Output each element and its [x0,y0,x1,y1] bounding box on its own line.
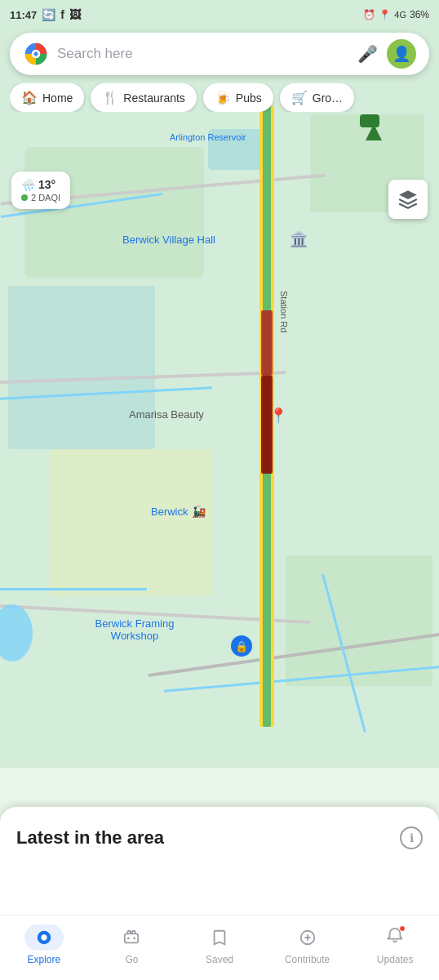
updates-label: Updates [377,954,414,965]
updates-icon-wrap [375,924,415,951]
restaurants-icon: 🍴 [102,90,118,105]
weather-widget[interactable]: 🌧️ 13° 2 DAQI [11,172,70,209]
restaurants-quick-btn[interactable]: 🍴 Restaurants [91,83,196,112]
home-icon: 🏠 [21,90,38,105]
saved-icon-wrap [200,924,239,951]
map-field [24,147,204,278]
grocery-label: Gro… [313,91,343,105]
map-place-label-berwick-hall[interactable]: Berwick Village Hall [122,234,215,246]
explore-icon [35,929,53,947]
updates-notification-dot [399,925,406,932]
nav-updates[interactable]: Updates [370,924,419,965]
explore-icon-wrap [24,924,64,951]
facebook-icon: f [60,8,64,21]
map-road-label: Station Rd [279,291,289,332]
map-nav-bar [360,114,379,127]
berwick-hall-icon: 🏛️ [290,230,308,248]
bottom-sheet: Latest in the area ℹ [0,807,439,921]
nav-saved[interactable]: Saved [195,924,244,965]
layer-toggle-button[interactable] [388,180,428,219]
map-field [8,286,155,449]
status-bar: 11:47 🔄 f 🖼 ⏰ 📍 4G 36% [0,0,439,29]
contribute-icon-wrap [288,924,327,951]
svg-point-10 [134,937,136,939]
map-place-label-berwick-station[interactable]: Berwick 🚂 [151,505,206,518]
weather-temp-display: 🌧️ 13° [21,178,60,191]
alarm-icon: ⏰ [363,9,375,20]
beauty-pin-icon[interactable]: 📍 [269,407,287,425]
status-left: 11:47 🔄 f 🖼 [10,8,81,21]
nav-contribute[interactable]: Contribute [283,924,332,965]
status-right: ⏰ 📍 4G 36% [363,9,429,20]
refresh-icon: 🔄 [42,8,55,21]
google-maps-logo [23,41,49,67]
go-icon-wrap [112,924,151,951]
grocery-quick-btn[interactable]: 🛒 Gro… [280,83,354,112]
map-traffic-congestion [261,376,273,474]
signal-icon: 4G [394,10,406,20]
contribute-label: Contribute [285,954,330,965]
pubs-quick-btn[interactable]: 🍺 Pubs [203,83,273,112]
pubs-label: Pubs [236,91,262,105]
photos-icon: 🖼 [69,8,81,21]
weather-aqi-display: 2 DAQI [21,193,60,203]
info-icon[interactable]: ℹ [400,826,423,849]
grocery-icon: 🛒 [291,90,308,105]
contribute-plus-icon [299,929,317,947]
quick-actions-bar: 🏠 Home 🍴 Restaurants 🍺 Pubs 🛒 Gro… [10,83,429,112]
map-view[interactable]: Station Rd Arlington Reservoir Berwick V… [0,0,439,768]
saved-label: Saved [206,954,233,965]
svg-point-9 [127,937,130,939]
sheet-title: Latest in the area [16,827,164,849]
train-icon: 🚂 [192,505,206,518]
home-quick-btn[interactable]: 🏠 Home [10,83,84,112]
search-placeholder[interactable]: Search here [57,46,354,62]
home-label: Home [42,91,73,105]
aqi-indicator [21,194,28,201]
bottom-navigation: Explore Go Saved [0,915,439,980]
map-place-label-framing[interactable]: Berwick Framing Workshop [82,617,188,642]
location-status-icon: 📍 [379,9,391,20]
restaurants-label: Restaurants [123,91,184,105]
framing-marker-icon[interactable]: 🔒 [231,635,252,657]
map-traffic-congestion [261,310,273,376]
nav-go[interactable]: Go [107,924,156,965]
go-icon [122,929,140,947]
battery-display: 36% [410,9,429,20]
pubs-icon: 🍺 [215,90,231,105]
map-water [0,604,33,662]
nav-explore[interactable]: Explore [20,924,69,965]
time-display: 11:47 [10,9,37,21]
mic-icon[interactable]: 🎤 [354,41,380,67]
layers-icon [397,189,419,210]
bell-wrap [386,927,404,948]
svg-rect-8 [125,933,139,942]
search-bar[interactable]: Search here 🎤 👤 [10,33,429,75]
map-place-label-reservoir[interactable]: Arlington Reservoir [170,132,246,142]
saved-bookmark-icon [211,929,228,947]
go-label: Go [125,954,138,965]
map-field [49,449,212,596]
sheet-title-row: Latest in the area ℹ [16,826,423,849]
explore-label: Explore [27,954,60,965]
user-avatar[interactable]: 👤 [387,39,416,69]
map-river [0,588,147,590]
map-place-label-amarisa[interactable]: Amarisa Beauty [129,408,204,421]
